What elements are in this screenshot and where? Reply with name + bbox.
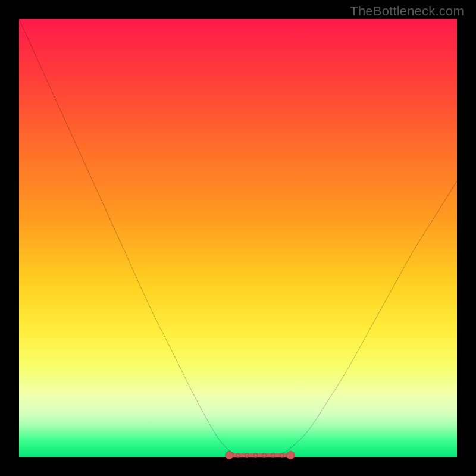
flat-segment-start-marker (226, 451, 233, 459)
flat-segment-dot-5 (280, 453, 284, 458)
flat-segment-dot-4 (271, 453, 275, 458)
flat-segment-end-marker (287, 451, 295, 459)
flat-segment-dot-0 (236, 453, 240, 458)
watermark-text: TheBottleneck.com (350, 4, 464, 19)
outer-frame: TheBottleneck.com (0, 0, 476, 476)
flat-segment-dot-1 (245, 453, 249, 458)
flat-segment-dot-2 (253, 453, 258, 458)
chart-svg (19, 19, 457, 457)
flat-segment-dot-3 (262, 453, 267, 458)
bottleneck-curve-path (19, 19, 457, 456)
